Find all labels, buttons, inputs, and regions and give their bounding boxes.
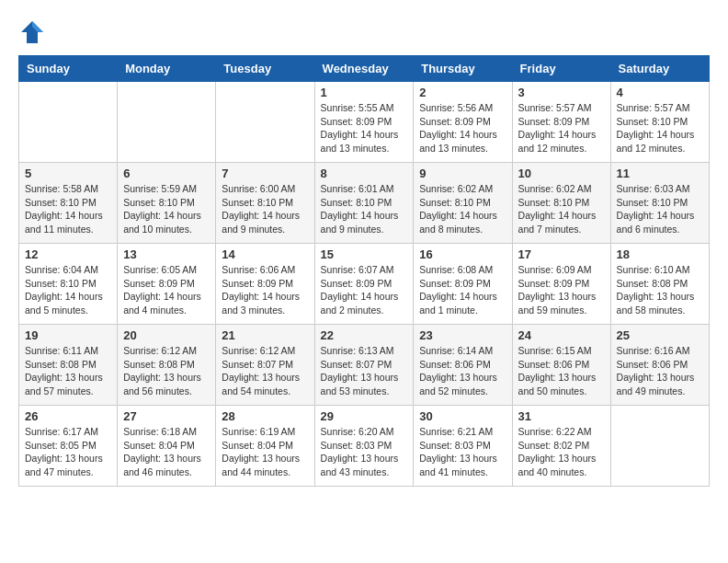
day-number: 14 [222,247,308,261]
day-number: 23 [419,328,506,342]
calendar-week-row: 5Sunrise: 5:58 AM Sunset: 8:10 PM Daylig… [19,163,710,244]
day-number: 15 [321,247,408,261]
day-info: Sunrise: 6:04 AM Sunset: 8:10 PM Dayligh… [25,263,111,317]
calendar-cell: 13Sunrise: 6:05 AM Sunset: 8:09 PM Dayli… [118,244,216,325]
calendar-day-header: Friday [512,56,610,82]
calendar-cell: 16Sunrise: 6:08 AM Sunset: 8:09 PM Dayli… [414,244,512,325]
day-number: 12 [25,247,111,261]
calendar-cell: 6Sunrise: 5:59 AM Sunset: 8:10 PM Daylig… [118,163,216,244]
calendar-cell [118,82,216,163]
day-number: 6 [123,167,210,180]
calendar-cell: 25Sunrise: 6:16 AM Sunset: 8:06 PM Dayli… [610,325,709,406]
calendar-cell: 14Sunrise: 6:06 AM Sunset: 8:09 PM Dayli… [216,244,314,325]
day-info: Sunrise: 6:21 AM Sunset: 8:03 PM Dayligh… [419,425,506,479]
calendar-cell: 30Sunrise: 6:21 AM Sunset: 8:03 PM Dayli… [414,406,512,487]
day-number: 13 [123,247,210,261]
day-info: Sunrise: 6:08 AM Sunset: 8:09 PM Dayligh… [419,263,506,317]
logo [18,18,50,46]
day-info: Sunrise: 6:13 AM Sunset: 8:07 PM Dayligh… [321,344,408,398]
calendar-cell: 22Sunrise: 6:13 AM Sunset: 8:07 PM Dayli… [314,325,414,406]
calendar-cell: 28Sunrise: 6:19 AM Sunset: 8:04 PM Dayli… [216,406,314,487]
calendar-cell: 27Sunrise: 6:18 AM Sunset: 8:04 PM Dayli… [118,406,216,487]
day-number: 25 [617,328,703,342]
day-number: 11 [617,167,703,180]
day-info: Sunrise: 6:06 AM Sunset: 8:09 PM Dayligh… [222,263,308,317]
day-info: Sunrise: 6:16 AM Sunset: 8:06 PM Dayligh… [617,344,703,398]
day-info: Sunrise: 6:17 AM Sunset: 8:05 PM Dayligh… [25,425,111,479]
day-info: Sunrise: 6:02 AM Sunset: 8:10 PM Dayligh… [419,182,506,236]
day-number: 7 [222,167,308,180]
day-number: 17 [518,247,605,261]
day-info: Sunrise: 6:15 AM Sunset: 8:06 PM Dayligh… [518,344,605,398]
calendar-cell: 5Sunrise: 5:58 AM Sunset: 8:10 PM Daylig… [19,163,118,244]
day-info: Sunrise: 6:12 AM Sunset: 8:08 PM Dayligh… [123,344,210,398]
day-number: 10 [518,167,605,180]
day-info: Sunrise: 6:05 AM Sunset: 8:09 PM Dayligh… [123,263,210,317]
calendar-day-header: Tuesday [216,56,314,82]
day-info: Sunrise: 5:55 AM Sunset: 8:09 PM Dayligh… [321,101,408,155]
calendar-week-row: 19Sunrise: 6:11 AM Sunset: 8:08 PM Dayli… [19,325,710,406]
day-info: Sunrise: 6:22 AM Sunset: 8:02 PM Dayligh… [518,425,605,479]
day-number: 4 [617,86,703,99]
calendar-cell: 2Sunrise: 5:56 AM Sunset: 8:09 PM Daylig… [414,82,512,163]
calendar-cell: 29Sunrise: 6:20 AM Sunset: 8:03 PM Dayli… [314,406,414,487]
day-number: 20 [123,328,210,342]
day-info: Sunrise: 6:11 AM Sunset: 8:08 PM Dayligh… [25,344,111,398]
calendar-cell: 15Sunrise: 6:07 AM Sunset: 8:09 PM Dayli… [314,244,414,325]
calendar-cell: 3Sunrise: 5:57 AM Sunset: 8:09 PM Daylig… [512,82,610,163]
calendar-cell: 17Sunrise: 6:09 AM Sunset: 8:09 PM Dayli… [512,244,610,325]
day-number: 18 [617,247,703,261]
calendar-cell: 20Sunrise: 6:12 AM Sunset: 8:08 PM Dayli… [118,325,216,406]
day-number: 31 [518,409,605,423]
day-number: 21 [222,328,308,342]
day-info: Sunrise: 6:12 AM Sunset: 8:07 PM Dayligh… [222,344,308,398]
day-number: 22 [321,328,408,342]
calendar-week-row: 12Sunrise: 6:04 AM Sunset: 8:10 PM Dayli… [19,244,710,325]
day-info: Sunrise: 5:58 AM Sunset: 8:10 PM Dayligh… [25,182,111,236]
day-info: Sunrise: 6:20 AM Sunset: 8:03 PM Dayligh… [321,425,408,479]
day-number: 8 [321,167,408,180]
calendar-cell: 24Sunrise: 6:15 AM Sunset: 8:06 PM Dayli… [512,325,610,406]
calendar-cell [19,82,118,163]
day-info: Sunrise: 5:57 AM Sunset: 8:09 PM Dayligh… [518,101,605,155]
calendar-cell: 21Sunrise: 6:12 AM Sunset: 8:07 PM Dayli… [216,325,314,406]
calendar-header-row: SundayMondayTuesdayWednesdayThursdayFrid… [19,56,710,82]
calendar-day-header: Saturday [610,56,709,82]
day-info: Sunrise: 6:02 AM Sunset: 8:10 PM Dayligh… [518,182,605,236]
day-number: 29 [321,409,408,423]
day-info: Sunrise: 6:03 AM Sunset: 8:10 PM Dayligh… [617,182,703,236]
calendar-cell: 10Sunrise: 6:02 AM Sunset: 8:10 PM Dayli… [512,163,610,244]
day-info: Sunrise: 5:59 AM Sunset: 8:10 PM Dayligh… [123,182,210,236]
day-info: Sunrise: 5:57 AM Sunset: 8:10 PM Dayligh… [617,101,703,155]
calendar-cell: 11Sunrise: 6:03 AM Sunset: 8:10 PM Dayli… [610,163,709,244]
day-info: Sunrise: 6:19 AM Sunset: 8:04 PM Dayligh… [222,425,308,479]
day-number: 16 [419,247,506,261]
day-number: 2 [419,86,506,99]
calendar-cell: 8Sunrise: 6:01 AM Sunset: 8:10 PM Daylig… [314,163,414,244]
calendar-cell: 12Sunrise: 6:04 AM Sunset: 8:10 PM Dayli… [19,244,118,325]
day-info: Sunrise: 5:56 AM Sunset: 8:09 PM Dayligh… [419,101,506,155]
day-info: Sunrise: 6:14 AM Sunset: 8:06 PM Dayligh… [419,344,506,398]
day-number: 30 [419,409,506,423]
day-number: 26 [25,409,111,423]
calendar-day-header: Sunday [19,56,118,82]
page-header [18,18,710,46]
day-info: Sunrise: 6:01 AM Sunset: 8:10 PM Dayligh… [321,182,408,236]
day-info: Sunrise: 6:09 AM Sunset: 8:09 PM Dayligh… [518,263,605,317]
day-number: 1 [321,86,408,99]
calendar-cell: 4Sunrise: 5:57 AM Sunset: 8:10 PM Daylig… [610,82,709,163]
calendar-cell: 31Sunrise: 6:22 AM Sunset: 8:02 PM Dayli… [512,406,610,487]
day-number: 3 [518,86,605,99]
calendar-cell: 7Sunrise: 6:00 AM Sunset: 8:10 PM Daylig… [216,163,314,244]
calendar-day-header: Thursday [414,56,512,82]
calendar-cell [216,82,314,163]
day-number: 28 [222,409,308,423]
calendar-table: SundayMondayTuesdayWednesdayThursdayFrid… [18,55,710,487]
day-number: 5 [25,167,111,180]
day-number: 24 [518,328,605,342]
day-info: Sunrise: 6:10 AM Sunset: 8:08 PM Dayligh… [617,263,703,317]
calendar-cell: 19Sunrise: 6:11 AM Sunset: 8:08 PM Dayli… [19,325,118,406]
day-info: Sunrise: 6:07 AM Sunset: 8:09 PM Dayligh… [321,263,408,317]
calendar-week-row: 1Sunrise: 5:55 AM Sunset: 8:09 PM Daylig… [19,82,710,163]
calendar-cell: 18Sunrise: 6:10 AM Sunset: 8:08 PM Dayli… [610,244,709,325]
